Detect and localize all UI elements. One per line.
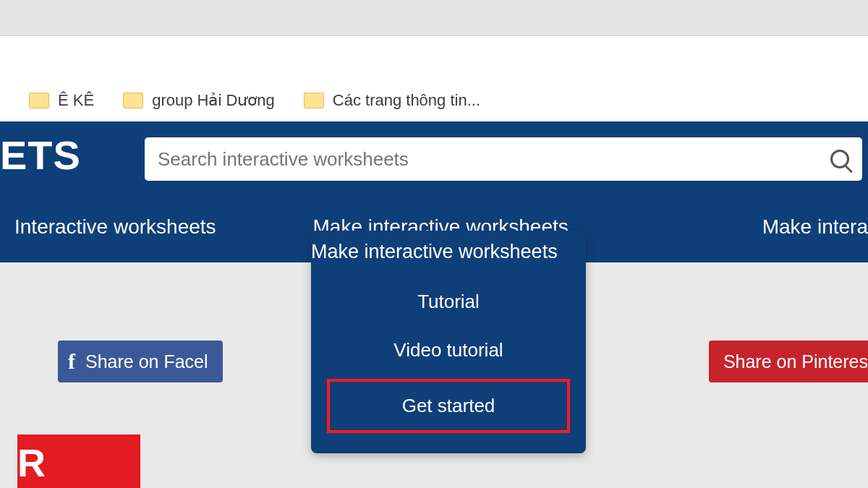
make-worksheets-dropdown: Make interactive worksheets Tutorial Vid…: [311, 231, 586, 453]
share-facebook-button[interactable]: f Share on Facel: [58, 341, 223, 382]
search-box[interactable]: [145, 137, 862, 181]
folder-icon: [29, 93, 49, 108]
dropdown-item-get-started[interactable]: Get started: [327, 379, 570, 433]
nav-make-interactive-right[interactable]: Make intera: [762, 215, 868, 239]
search-icon[interactable]: [830, 150, 849, 168]
nav-interactive-worksheets[interactable]: Interactive worksheets: [14, 215, 216, 239]
bookmark-label: Các trang thông tin...: [333, 91, 480, 110]
ad-block-text: R: [17, 440, 46, 485]
bookmark-label: group Hải Dương: [152, 91, 275, 110]
browser-toolbar-gap: [0, 36, 868, 80]
bookmark-folder[interactable]: Các trang thông tin...: [304, 91, 480, 110]
folder-icon: [123, 93, 143, 108]
dropdown-item-video-tutorial[interactable]: Video tutorial: [311, 326, 586, 374]
bookmark-folder[interactable]: group Hải Dương: [123, 91, 275, 110]
ad-block[interactable]: R: [17, 435, 140, 488]
folder-icon: [304, 93, 324, 108]
dropdown-title[interactable]: Make interactive worksheets: [311, 241, 586, 278]
share-pinterest-button[interactable]: Share on Pinteres: [709, 341, 868, 382]
share-facebook-label: Share on Facel: [85, 351, 208, 372]
browser-tab-strip: [0, 0, 868, 36]
bookmark-label: Ê KÊ: [58, 91, 94, 110]
bookmarks-bar: Ê KÊ group Hải Dương Các trang thông tin…: [0, 80, 868, 121]
bookmark-folder[interactable]: Ê KÊ: [29, 91, 94, 110]
dropdown-item-tutorial[interactable]: Tutorial: [311, 278, 586, 326]
site-logo[interactable]: ETS: [0, 132, 81, 179]
share-pinterest-label: Share on Pinteres: [723, 351, 868, 372]
search-input[interactable]: [158, 148, 825, 171]
content-area: Make interactive worksheets Tutorial Vid…: [0, 262, 868, 488]
facebook-icon: f: [68, 349, 75, 374]
